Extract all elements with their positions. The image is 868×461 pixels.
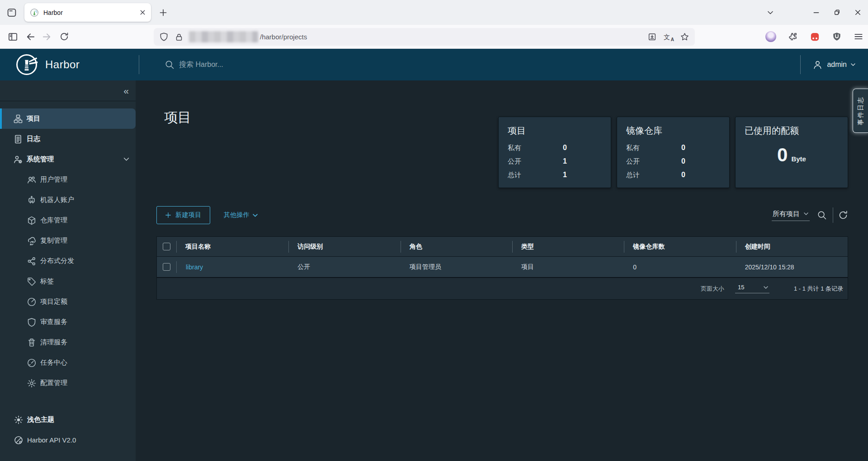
account-avatar-extension-icon[interactable] — [765, 31, 776, 42]
sidebar-footer: 浅色主题 Harbor API V2.0 — [0, 409, 136, 450]
search-icon — [165, 60, 175, 70]
projects-toolbar: 新建项目 其他操作 所有项目 — [156, 206, 848, 225]
stat-label: 公开 — [508, 157, 563, 166]
user-menu[interactable]: admin — [801, 60, 868, 70]
stat-value: 1 — [563, 171, 567, 179]
repo-count-cell: 0 — [624, 263, 736, 271]
chevron-down-icon — [253, 214, 258, 217]
projects-icon — [14, 114, 23, 123]
stat-value: 1 — [563, 157, 567, 165]
stat-value: 0 — [563, 144, 567, 152]
address-bar[interactable]: /harbor/projects 文A — [154, 28, 695, 46]
list-all-tabs-chevron-icon[interactable] — [766, 8, 776, 17]
access-level-cell: 公开 — [288, 263, 400, 271]
column-header[interactable]: 镜像仓库数 — [624, 241, 736, 253]
records-range-summary: 1 - 1 共计 1 条记录 — [794, 285, 843, 293]
sidebar-nav: 项目 日志 — [0, 101, 136, 393]
refresh-icon[interactable] — [838, 210, 848, 220]
stat-value: 0 — [681, 144, 685, 152]
blurred-host — [189, 31, 258, 42]
event-log-edge-tab[interactable]: 事件日志 — [853, 89, 868, 133]
new-tab-icon[interactable] — [158, 8, 168, 18]
bookmark-star-icon[interactable] — [680, 32, 689, 42]
quota-summary-card: 已使用的配额 0 Byte — [735, 117, 848, 188]
column-header[interactable]: 类型 — [512, 241, 624, 253]
lock-icon[interactable] — [175, 33, 184, 42]
sidebar-toggle-icon[interactable] — [7, 31, 18, 42]
sidebar-item-replications[interactable]: 复制管理 — [0, 230, 136, 251]
browser-tab-strip: Harbor — [0, 0, 868, 25]
sun-icon — [14, 415, 23, 424]
search-projects-icon[interactable] — [817, 210, 827, 220]
harbor-header: Harbor admin — [0, 49, 868, 80]
sidebar: « 项目 — [0, 80, 136, 461]
url-path[interactable]: /harbor/projects — [260, 33, 307, 41]
projects-table: 项目名称 访问级别 角色 类型 镜像仓库数 创建时间 library 公开 项目… — [156, 236, 848, 300]
sidebar-item-system-admin[interactable]: 系统管理 — [0, 149, 136, 169]
repositories-summary-card: 镜像仓库 私有 0 公开 0 总计 0 — [617, 117, 730, 188]
extensions-puzzle-icon[interactable] — [788, 32, 798, 42]
sidebar-item-configuration[interactable]: 配置管理 — [0, 373, 136, 393]
sidebar-collapse-icon[interactable]: « — [0, 80, 136, 101]
column-header[interactable]: 创建时间 — [736, 241, 848, 253]
project-filter-select[interactable]: 所有项目 — [772, 210, 810, 221]
tab-close-icon[interactable] — [139, 9, 146, 16]
forward-icon[interactable] — [42, 31, 52, 42]
other-actions-button[interactable]: 其他操作 — [224, 211, 258, 219]
sidebar-item-user-management[interactable]: 用户管理 — [0, 169, 136, 190]
sidebar-item-project-quotas[interactable]: 项目定额 — [0, 292, 136, 312]
browser-tab[interactable]: Harbor — [24, 3, 151, 22]
column-header[interactable]: 项目名称 — [177, 241, 288, 253]
minimize-icon[interactable] — [806, 4, 826, 22]
system-admin-icon — [14, 155, 23, 164]
quota-value: 0 — [777, 144, 788, 166]
global-search[interactable] — [139, 60, 800, 70]
search-input[interactable] — [179, 61, 369, 69]
shield-extension-icon[interactable] — [832, 32, 842, 42]
harbor-brand[interactable]: Harbor — [0, 56, 139, 74]
new-project-button[interactable]: 新建项目 — [156, 206, 210, 224]
chevron-down-icon — [764, 286, 768, 289]
tracking-protection-shield-icon[interactable] — [159, 32, 169, 42]
sidebar-item-interrogation-services[interactable]: 审查服务 — [0, 312, 136, 332]
chevron-down-icon[interactable] — [123, 157, 129, 161]
harbor-logo-icon — [15, 53, 38, 76]
adblock-extension-icon[interactable] — [810, 32, 820, 42]
api-icon — [14, 436, 23, 445]
sidebar-item-labels[interactable]: 标签 — [0, 271, 136, 292]
projects-summary-card: 项目 私有 0 公开 1 总计 1 — [498, 117, 611, 188]
sidebar-item-harbor-api[interactable]: Harbor API V2.0 — [0, 430, 136, 450]
gear-icon — [27, 379, 36, 388]
sidebar-item-distribution[interactable]: 分布式分发 — [0, 251, 136, 271]
column-header[interactable]: 访问级别 — [288, 241, 400, 253]
stat-label: 私有 — [508, 144, 563, 152]
save-page-icon[interactable] — [647, 32, 657, 42]
restore-window-icon[interactable] — [826, 4, 847, 22]
trash-icon — [27, 338, 36, 347]
page-title: 项目 — [164, 108, 191, 127]
stat-label: 总计 — [508, 171, 563, 179]
sidebar-item-robot-accounts[interactable]: 机器人账户 — [0, 190, 136, 210]
select-all-checkbox[interactable] — [163, 243, 170, 250]
sidebar-item-light-theme[interactable]: 浅色主题 — [0, 409, 136, 430]
column-header[interactable]: 角色 — [401, 241, 512, 253]
back-icon[interactable] — [24, 31, 35, 42]
sidebar-item-logs[interactable]: 日志 — [0, 129, 136, 149]
sidebar-item-registries[interactable]: 仓库管理 — [0, 210, 136, 230]
tag-icon — [27, 277, 36, 286]
stat-label: 公开 — [626, 157, 681, 166]
row-checkbox[interactable] — [163, 263, 170, 271]
sidebar-item-job-center[interactable]: 任务中心 — [0, 353, 136, 373]
replication-cloud-icon — [27, 236, 36, 245]
menu-hamburger-icon[interactable] — [854, 32, 863, 42]
sidebar-item-projects[interactable]: 项目 — [0, 108, 136, 129]
stat-value: 0 — [681, 171, 685, 179]
page-size-select[interactable]: 15 — [735, 284, 769, 293]
firefox-view-icon[interactable] — [6, 7, 18, 18]
sidebar-item-clean-up[interactable]: 清理服务 — [0, 332, 136, 353]
table-row[interactable]: library 公开 项目管理员 项目 0 2025/12/10 15:28 — [157, 256, 848, 277]
translate-icon[interactable]: 文A — [664, 34, 673, 40]
close-window-icon[interactable] — [847, 4, 868, 22]
project-name-link[interactable]: library — [186, 263, 203, 271]
reload-icon[interactable] — [59, 31, 70, 42]
